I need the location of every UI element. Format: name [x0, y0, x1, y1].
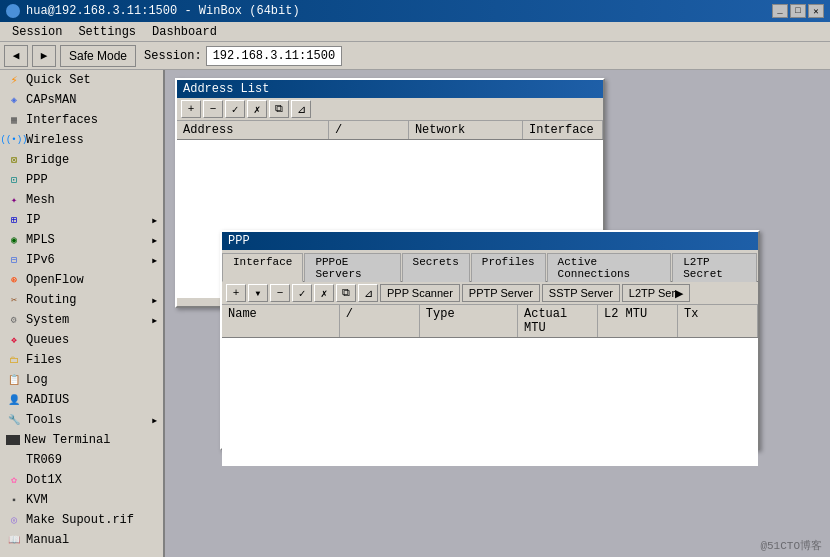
sidebar-item-system[interactable]: ⚙ System — [0, 310, 163, 330]
addr-copy-button[interactable]: ⧉ — [269, 100, 289, 118]
ipv6-icon: ⊟ — [6, 252, 22, 268]
sidebar-item-make-supout[interactable]: ◎ Make Supout.rif — [0, 510, 163, 530]
supout-icon: ◎ — [6, 512, 22, 528]
back-button[interactable]: ◀ — [4, 45, 28, 67]
sidebar-item-capsman[interactable]: ◈ CAPsMAN — [0, 90, 163, 110]
toolbar: ◀ ▶ Safe Mode Session: 192.168.3.11:1500 — [0, 42, 830, 70]
dot1x-icon: ✿ — [6, 472, 22, 488]
tab-active-connections[interactable]: Active Connections — [547, 253, 672, 282]
queues-icon: ❖ — [6, 332, 22, 348]
tab-secrets[interactable]: Secrets — [402, 253, 470, 282]
ppp-enable-button[interactable]: ✓ — [292, 284, 312, 302]
ppp-remove-button[interactable]: − — [270, 284, 290, 302]
ppp-disable-button[interactable]: ✗ — [314, 284, 334, 302]
addr-disable-button[interactable]: ✗ — [247, 100, 267, 118]
ppp-title: PPP — [222, 232, 758, 250]
ppp-toolbar: + ▼ − ✓ ✗ ⧉ ⊿ PPP Scanner PPTP Server SS… — [222, 282, 758, 305]
col-address: Address — [177, 121, 329, 139]
l2tp-server-button[interactable]: L2TP Ser▶ — [622, 284, 690, 302]
log-icon: 📋 — [6, 372, 22, 388]
tr069-icon — [6, 452, 22, 468]
sidebar-item-interfaces[interactable]: ▦ Interfaces — [0, 110, 163, 130]
sidebar-item-tr069[interactable]: TR069 — [0, 450, 163, 470]
files-icon: 🗀 — [6, 352, 22, 368]
ppp-add-dropdown[interactable]: ▼ — [248, 284, 268, 302]
ppp-icon: ⊡ — [6, 172, 22, 188]
ppp-filter-button[interactable]: ⊿ — [358, 284, 378, 302]
sidebar-item-openflow[interactable]: ⊛ OpenFlow — [0, 270, 163, 290]
tab-pppoe-servers[interactable]: PPPoE Servers — [304, 253, 400, 282]
maximize-button[interactable]: □ — [790, 4, 806, 18]
menu-dashboard[interactable]: Dashboard — [144, 23, 225, 41]
ppp-window: PPP Interface PPPoE Servers Secrets Prof… — [220, 230, 760, 450]
sidebar-item-radius[interactable]: 👤 RADIUS — [0, 390, 163, 410]
ip-icon: ⊞ — [6, 212, 22, 228]
sidebar-item-quick-set[interactable]: ⚡ Quick Set — [0, 70, 163, 90]
routing-icon: ✂ — [6, 292, 22, 308]
menu-session[interactable]: Session — [4, 23, 70, 41]
address-list-title: Address List — [177, 80, 603, 98]
ppp-col-type: Type — [420, 305, 518, 337]
sidebar-item-manual[interactable]: 📖 Manual — [0, 530, 163, 550]
addr-filter-button[interactable]: ⊿ — [291, 100, 311, 118]
main-layout: ⚡ Quick Set ◈ CAPsMAN ▦ Interfaces ((•))… — [0, 70, 830, 557]
sidebar-item-routing[interactable]: ✂ Routing — [0, 290, 163, 310]
ppp-col-actual-mtu: Actual MTU — [518, 305, 598, 337]
menu-settings[interactable]: Settings — [70, 23, 144, 41]
minimize-button[interactable]: _ — [772, 4, 788, 18]
ppp-col-name: Name — [222, 305, 340, 337]
pptp-server-button[interactable]: PPTP Server — [462, 284, 540, 302]
session-label: Session: — [144, 49, 202, 63]
manual-icon: 📖 — [6, 532, 22, 548]
sidebar-item-mpls[interactable]: ◉ MPLS — [0, 230, 163, 250]
sidebar-item-log[interactable]: 📋 Log — [0, 370, 163, 390]
tab-profiles[interactable]: Profiles — [471, 253, 546, 282]
address-list-toolbar: + − ✓ ✗ ⧉ ⊿ — [177, 98, 603, 121]
sstp-server-button[interactable]: SSTP Server — [542, 284, 620, 302]
sidebar-item-ppp[interactable]: ⊡ PPP — [0, 170, 163, 190]
sidebar-item-ip[interactable]: ⊞ IP — [0, 210, 163, 230]
forward-button[interactable]: ▶ — [32, 45, 56, 67]
tab-l2tp-secrets[interactable]: L2TP Secret — [672, 253, 757, 282]
openflow-icon: ⊛ — [6, 272, 22, 288]
sidebar-item-dot1x[interactable]: ✿ Dot1X — [0, 470, 163, 490]
sidebar-item-new-terminal[interactable]: New Terminal — [0, 430, 163, 450]
sidebar-item-files[interactable]: 🗀 Files — [0, 350, 163, 370]
mpls-icon: ◉ — [6, 232, 22, 248]
ppp-col-tx: Tx — [678, 305, 758, 337]
ppp-add-button[interactable]: + — [226, 284, 246, 302]
sidebar: ⚡ Quick Set ◈ CAPsMAN ▦ Interfaces ((•))… — [0, 70, 165, 557]
ppp-copy-button[interactable]: ⧉ — [336, 284, 356, 302]
col-network: Network — [409, 121, 523, 139]
sidebar-item-bridge[interactable]: ⊠ Bridge — [0, 150, 163, 170]
safe-mode-button[interactable]: Safe Mode — [60, 45, 136, 67]
ppp-scanner-button[interactable]: PPP Scanner — [380, 284, 460, 302]
capsman-icon: ◈ — [6, 92, 22, 108]
ppp-col-l2-mtu: L2 MTU — [598, 305, 678, 337]
bridge-icon: ⊠ — [6, 152, 22, 168]
sidebar-item-wireless[interactable]: ((•)) Wireless — [0, 130, 163, 150]
window-controls: _ □ ✕ — [772, 4, 824, 18]
sidebar-item-ipv6[interactable]: ⊟ IPv6 — [0, 250, 163, 270]
tools-icon: 🔧 — [6, 412, 22, 428]
sidebar-item-kvm[interactable]: ▪ KVM — [0, 490, 163, 510]
title-bar: hua@192.168.3.11:1500 - WinBox (64bit) _… — [0, 0, 830, 22]
tab-interface[interactable]: Interface — [222, 253, 303, 282]
watermark: @51CTO博客 — [760, 538, 822, 553]
app-icon — [6, 4, 20, 18]
addr-add-button[interactable]: + — [181, 100, 201, 118]
title-text: hua@192.168.3.11:1500 - WinBox (64bit) — [26, 4, 300, 18]
addr-enable-button[interactable]: ✓ — [225, 100, 245, 118]
radius-icon: 👤 — [6, 392, 22, 408]
terminal-icon — [6, 435, 20, 445]
sidebar-item-queues[interactable]: ❖ Queues — [0, 330, 163, 350]
address-list-header: Address / Network Interface — [177, 121, 603, 140]
ppp-tab-bar: Interface PPPoE Servers Secrets Profiles… — [222, 250, 758, 282]
col-interface: Interface — [523, 121, 603, 139]
ppp-table-body — [222, 338, 758, 466]
sidebar-item-tools[interactable]: 🔧 Tools — [0, 410, 163, 430]
kvm-icon: ▪ — [6, 492, 22, 508]
close-button[interactable]: ✕ — [808, 4, 824, 18]
addr-remove-button[interactable]: − — [203, 100, 223, 118]
sidebar-item-mesh[interactable]: ✦ Mesh — [0, 190, 163, 210]
